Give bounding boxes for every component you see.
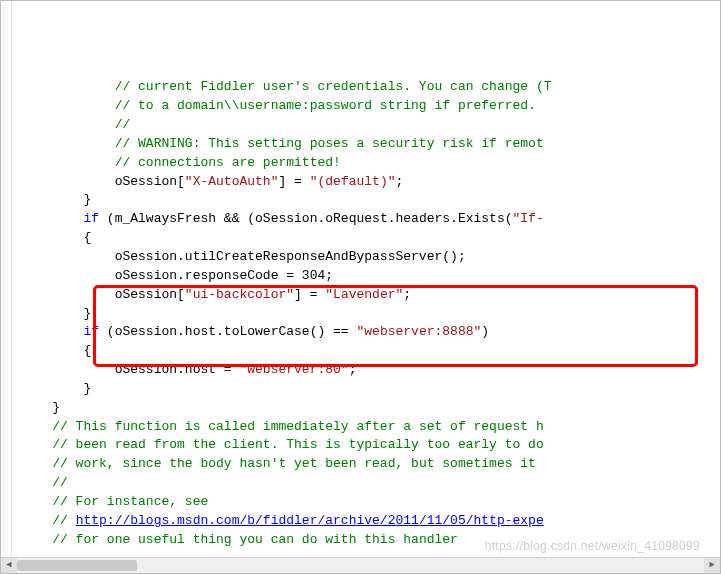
comment-token: // current Fiddler user's credentials. Y…: [115, 79, 552, 94]
string-token: "If-: [513, 211, 544, 226]
code-line: oSession.host = "webserver:80";: [7, 361, 720, 380]
fold-guide: [11, 1, 12, 561]
horizontal-scrollbar[interactable]: ◄ ►: [1, 557, 720, 573]
text-token: {: [83, 343, 91, 358]
comment-token: // for one useful thing you can do with …: [52, 532, 458, 547]
comment-token: // work, since the body hasn't yet been …: [52, 456, 543, 471]
code-line: // For instance, see: [7, 493, 720, 512]
scroll-thumb[interactable]: [17, 560, 137, 571]
code-line: // current Fiddler user's credentials. Y…: [7, 78, 720, 97]
string-token: "webserver:8888": [356, 324, 481, 339]
code-line: }: [7, 380, 720, 399]
code-line: // This function is called immediately a…: [7, 418, 720, 437]
text-token: oSession[: [115, 174, 185, 189]
string-token: "webserver:80": [239, 362, 348, 377]
string-token: "Lavender": [325, 287, 403, 302]
code-line: {: [7, 229, 720, 248]
code-line: }: [7, 305, 720, 324]
keyword-token: if: [83, 324, 99, 339]
comment-token: //: [52, 475, 68, 490]
code-editor-panel[interactable]: // current Fiddler user's credentials. Y…: [1, 1, 720, 573]
code-line: // been read from the client. This is ty…: [7, 436, 720, 455]
text-token: oSession[: [115, 287, 185, 302]
scroll-right-arrow[interactable]: ►: [704, 558, 720, 573]
comment-token: // been read from the client. This is ty…: [52, 437, 551, 452]
code-line: // WARNING: This setting poses a securit…: [7, 135, 720, 154]
code-line: }: [7, 191, 720, 210]
comment-token: // This function is called immediately a…: [52, 419, 543, 434]
comment-token: // to a domain\\username:password string…: [115, 98, 536, 113]
code-line: }: [7, 399, 720, 418]
code-line: // http://blogs.msdn.com/b/fiddler/archi…: [7, 512, 720, 531]
comment-token: //: [115, 117, 131, 132]
string-token: "ui-backcolor": [185, 287, 294, 302]
code-line: oSession["ui-backcolor"] = "Lavender";: [7, 286, 720, 305]
scroll-left-arrow[interactable]: ◄: [1, 558, 17, 573]
code-line: //: [7, 474, 720, 493]
text-token: }: [83, 381, 91, 396]
margin-bar: [3, 1, 5, 561]
code-line: oSession.utilCreateResponseAndBypassServ…: [7, 248, 720, 267]
string-token: "X-AutoAuth": [185, 174, 279, 189]
code-line: // to a domain\\username:password string…: [7, 97, 720, 116]
text-token: ;: [396, 174, 404, 189]
code-body: // current Fiddler user's credentials. Y…: [7, 78, 720, 549]
code-line: oSession["X-AutoAuth"] = "(default)";: [7, 173, 720, 192]
text-token: }: [83, 192, 91, 207]
text-token: (oSession.host.toLowerCase() ==: [99, 324, 356, 339]
text-token: oSession.host =: [115, 362, 240, 377]
text-token: }: [83, 306, 91, 321]
code-line: // connections are permitted!: [7, 154, 720, 173]
scroll-track[interactable]: [17, 558, 704, 573]
code-line: {: [7, 342, 720, 361]
text-token: (m_AlwaysFresh && (oSession.oRequest.hea…: [99, 211, 512, 226]
text-token: ;: [403, 287, 411, 302]
text-token: }: [52, 400, 60, 415]
string-token: "(default)": [310, 174, 396, 189]
keyword-token: if: [83, 211, 99, 226]
text-token: {: [83, 230, 91, 245]
comment-token: // WARNING: This setting poses a securit…: [115, 136, 544, 151]
comment-token: // For instance, see: [52, 494, 208, 509]
code-line: if (oSession.host.toLowerCase() == "webs…: [7, 323, 720, 342]
text-token: oSession.responseCode = 304;: [115, 268, 333, 283]
code-line: // work, since the body hasn't yet been …: [7, 455, 720, 474]
text-token: ;: [349, 362, 357, 377]
code-line: // for one useful thing you can do with …: [7, 531, 720, 550]
comment-token: // connections are permitted!: [115, 155, 341, 170]
text-token: ): [481, 324, 489, 339]
code-line: if (m_AlwaysFresh && (oSession.oRequest.…: [7, 210, 720, 229]
text-token: ] =: [278, 174, 309, 189]
comment-token: //: [52, 513, 75, 528]
code-line: //: [7, 116, 720, 135]
text-token: oSession.utilCreateResponseAndBypassServ…: [115, 249, 466, 264]
code-line: oSession.responseCode = 304;: [7, 267, 720, 286]
text-token: ] =: [294, 287, 325, 302]
link-token: http://blogs.msdn.com/b/fiddler/archive/…: [76, 513, 544, 528]
